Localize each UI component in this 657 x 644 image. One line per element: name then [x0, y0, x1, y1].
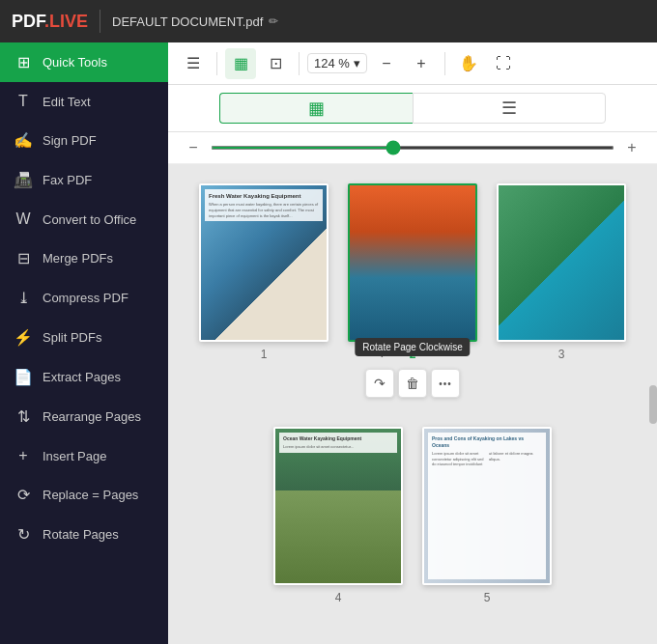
logo-live: LIVE — [49, 12, 88, 31]
pages-canvas[interactable]: Fresh Water Kayaking Equipment When a pe… — [168, 164, 657, 644]
content-area: ☰ ▦ ⊡ 124 % ▾ − + ✋ ⛶ ▦ ☰ − — [168, 42, 657, 644]
toolbar-divider-3 — [444, 52, 445, 75]
zoom-slider-row: − + — [168, 132, 657, 164]
sidebar-item-label: Sign PDF — [43, 133, 97, 148]
sidebar-item-compress-pdf[interactable]: ⤓ Compress PDF — [0, 278, 168, 318]
split-icon: ⚡ — [14, 328, 33, 347]
delete-page-button[interactable]: 🗑 — [398, 369, 427, 398]
sidebar-item-quick-tools[interactable]: ⊞ Quick Tools — [0, 42, 168, 82]
page-thumb-5[interactable]: Pros and Cons of Kayaking on Lakes vs Oc… — [422, 427, 552, 585]
sidebar-item-label: Replace = Pages — [43, 488, 138, 502]
page-view-button[interactable]: ⊡ — [260, 48, 291, 79]
sign-pdf-icon: ✍ — [14, 131, 33, 150]
main-toolbar: ☰ ▦ ⊡ 124 % ▾ − + ✋ ⛶ — [168, 42, 657, 85]
zoom-slider-plus[interactable]: + — [622, 138, 642, 157]
pages-row-1: Fresh Water Kayaking Equipment When a pe… — [187, 183, 638, 398]
rearrange-icon: ⇅ — [14, 407, 33, 426]
page-content-5: Pros and Cons of Kayaking on Lakes vs Oc… — [424, 429, 550, 583]
zoom-value: 124 % — [314, 56, 350, 70]
zoom-slider[interactable] — [211, 146, 614, 150]
page-container-3: 3 — [497, 183, 626, 398]
rotate-icon: ↻ — [14, 525, 33, 544]
sidebar-item-split-pdfs[interactable]: ⚡ Split PDFs — [0, 318, 168, 357]
rotate-page-button[interactable]: ↷ — [365, 369, 394, 398]
page-container-5: Pros and Cons of Kayaking on Lakes vs Oc… — [422, 427, 552, 604]
sidebar-item-replace-pages[interactable]: ⟳ Replace = Pages — [0, 475, 168, 515]
page-content-3 — [499, 185, 624, 340]
app-header: PDF.LIVE DEFAULT DOCUMENT.pdf ✏ — [0, 0, 657, 42]
toolbar-divider-1 — [216, 52, 217, 75]
page-container-2: 2 ↷ 🗑 ••• Rotate Page Clockwise — [348, 183, 477, 398]
view-controls: ▦ ☰ — [168, 85, 657, 132]
sidebar-item-label: Rotate Pages — [43, 527, 119, 542]
pages-row-2: Ocean Water Kayaking Equipment Lorem ips… — [187, 427, 638, 604]
sidebar-item-label: Extract Pages — [43, 370, 121, 384]
page-thumb-2[interactable] — [348, 183, 477, 342]
main-layout: ⊞ Quick Tools T Edit Text ✍ Sign PDF 📠 F… — [0, 42, 657, 644]
sidebar-item-merge-pdfs[interactable]: ⊟ Merge PDFs — [0, 238, 168, 278]
sidebar-item-label: Convert to Office — [43, 212, 136, 227]
page-thumb-1[interactable]: Fresh Water Kayaking Equipment When a pe… — [199, 183, 328, 342]
sidebar-item-edit-text[interactable]: T Edit Text — [0, 82, 168, 121]
grid-view-tab[interactable]: ▦ — [219, 93, 413, 124]
menu-button[interactable]: ☰ — [178, 48, 209, 79]
app-logo: PDF.LIVE — [12, 12, 88, 32]
sidebar-item-label: Quick Tools — [43, 55, 107, 70]
scrollbar-handle[interactable] — [649, 385, 657, 424]
sidebar-item-label: Split PDFs — [43, 330, 101, 345]
list-view-icon: ☰ — [501, 98, 517, 119]
doc-name-text: DEFAULT DOCUMENT.pdf — [112, 14, 263, 29]
edit-text-icon: T — [14, 93, 33, 110]
sidebar-item-label: Compress PDF — [43, 291, 129, 305]
zoom-in-button[interactable]: + — [406, 48, 437, 79]
sidebar-item-rotate-pages[interactable]: ↻ Rotate Pages — [0, 515, 168, 554]
page-container-1: Fresh Water Kayaking Equipment When a pe… — [199, 183, 328, 398]
page-content-4: Ocean Water Kayaking Equipment Lorem ips… — [275, 429, 401, 583]
convert-icon: W — [14, 210, 33, 228]
marquee-tool-button[interactable]: ⛶ — [488, 48, 519, 79]
sidebar-item-rearrange-pages[interactable]: ⇅ Rearrange Pages — [0, 397, 168, 436]
sidebar-item-label: Merge PDFs — [43, 251, 113, 266]
sidebar-item-label: Rearrange Pages — [43, 409, 141, 424]
rotate-tooltip: Rotate Page Clockwise — [355, 338, 470, 356]
sidebar-item-fax-pdf[interactable]: 📠 Fax PDF — [0, 160, 168, 200]
zoom-slider-minus[interactable]: − — [184, 138, 203, 157]
sidebar-item-convert-to-office[interactable]: W Convert to Office — [0, 200, 168, 238]
zoom-out-button[interactable]: − — [371, 48, 402, 79]
document-name: DEFAULT DOCUMENT.pdf ✏ — [112, 14, 278, 29]
thumbnail-view-button[interactable]: ▦ — [225, 48, 256, 79]
sidebar-item-extract-pages[interactable]: 📄 Extract Pages — [0, 357, 168, 397]
logo-pdf: PDF — [12, 12, 44, 31]
sidebar-item-insert-page[interactable]: + Insert Page — [0, 436, 168, 475]
edit-doc-name-icon[interactable]: ✏ — [269, 14, 278, 28]
grid-view-icon: ▦ — [308, 98, 325, 119]
page-container-4: Ocean Water Kayaking Equipment Lorem ips… — [273, 427, 403, 604]
sidebar-item-label: Insert Page — [43, 449, 107, 463]
quick-tools-icon: ⊞ — [14, 53, 33, 71]
sidebar-item-sign-pdf[interactable]: ✍ Sign PDF — [0, 121, 168, 160]
zoom-dropdown-icon: ▾ — [354, 56, 360, 70]
list-view-tab[interactable]: ☰ — [413, 93, 606, 124]
toolbar-divider-2 — [299, 52, 300, 75]
sidebar-item-label: Fax PDF — [43, 173, 92, 187]
hand-tool-button[interactable]: ✋ — [453, 48, 484, 79]
fax-pdf-icon: 📠 — [14, 171, 33, 189]
page-num-4: 4 — [335, 591, 342, 604]
page-content-2 — [350, 185, 475, 340]
sidebar: ⊞ Quick Tools T Edit Text ✍ Sign PDF 📠 F… — [0, 42, 168, 644]
page-num-3: 3 — [558, 348, 565, 361]
more-page-options-button[interactable]: ••• — [431, 369, 460, 398]
insert-icon: + — [14, 447, 33, 464]
extract-icon: 📄 — [14, 368, 33, 386]
sidebar-item-label: Edit Text — [43, 95, 91, 109]
merge-icon: ⊟ — [14, 249, 33, 267]
zoom-control[interactable]: 124 % ▾ — [307, 53, 367, 73]
page-thumb-4[interactable]: Ocean Water Kayaking Equipment Lorem ips… — [273, 427, 403, 585]
page-num-1: 1 — [261, 348, 268, 361]
header-divider — [100, 10, 100, 33]
page-num-5: 5 — [484, 591, 491, 604]
compress-icon: ⤓ — [14, 289, 33, 307]
replace-icon: ⟳ — [14, 486, 33, 504]
page-thumb-3[interactable] — [497, 183, 626, 342]
tooltip-text: Rotate Page Clockwise — [362, 342, 462, 352]
